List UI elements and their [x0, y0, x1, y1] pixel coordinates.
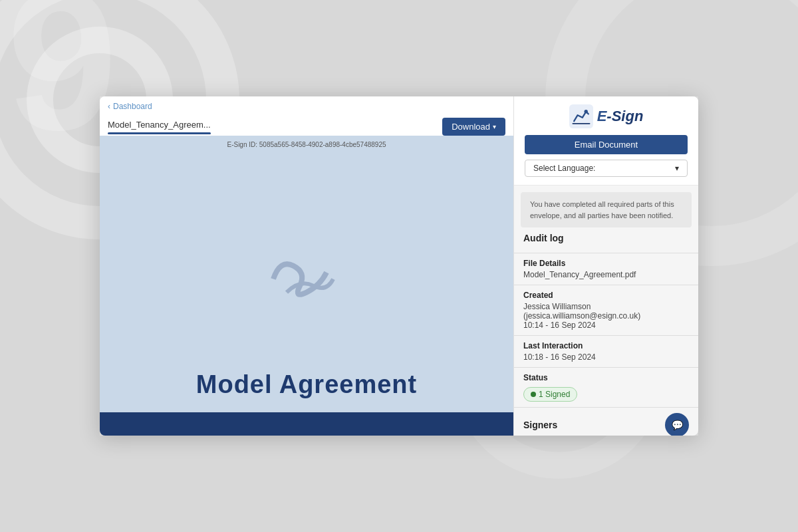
- download-button-label: Download: [452, 122, 490, 132]
- esign-logo-e: E: [597, 108, 607, 124]
- right-panel: E-Sign Email Document Select Language: ▾…: [513, 96, 698, 436]
- signer-avatar-icon: 💬: [672, 420, 683, 430]
- select-language-button[interactable]: Select Language: ▾: [525, 160, 688, 177]
- esign-logo-icon: [569, 104, 593, 128]
- created-datetime: 10:14 - 16 Sep 2024: [523, 321, 689, 330]
- doc-bottom-bar: [100, 412, 513, 436]
- audit-log-title: Audit log: [523, 233, 689, 243]
- doc-tab-label: Model_Tenancy_Agreem...: [108, 120, 211, 132]
- doc-title-section: Model Agreement: [100, 357, 513, 412]
- last-interaction-datetime: 10:18 - 16 Sep 2024: [523, 352, 689, 362]
- signer-avatar: 💬: [665, 413, 689, 436]
- file-details-block: File Details Model_Tenancy_Agreement.pdf: [514, 253, 698, 285]
- doc-tab-bar: Model_Tenancy_Agreem... Download ▾: [108, 115, 505, 136]
- doc-tab-underline: [108, 132, 211, 134]
- doc-viewer: E-Sign ID: 5085a565-8458-4902-a898-4cbe5…: [100, 136, 513, 436]
- signers-section: Signers 💬 Name Jessica Williamson Email …: [514, 407, 698, 436]
- left-header: ‹ Dashboard Model_Tenancy_Agreem... Down…: [100, 96, 513, 136]
- last-interaction-block: Last Interaction 10:18 - 16 Sep 2024: [514, 335, 698, 367]
- right-body: You have completed all required parts of…: [514, 186, 698, 436]
- email-document-button[interactable]: Email Document: [525, 135, 688, 154]
- right-header: E-Sign Email Document Select Language: ▾: [514, 96, 698, 186]
- doc-main-title: Model Agreement: [120, 370, 493, 399]
- esign-logo: E-Sign: [569, 104, 644, 128]
- esign-logo-text: E-Sign: [597, 108, 644, 125]
- select-language-label: Select Language:: [533, 164, 595, 173]
- doc-preview: Model Agreement: [100, 136, 513, 436]
- file-details-value: Model_Tenancy_Agreement.pdf: [523, 270, 689, 279]
- audit-log-section: Audit log: [514, 227, 698, 253]
- esign-id-text: E-Sign ID: 5085a565-8458-4902-a898-4cbe5…: [227, 141, 386, 148]
- breadcrumb-link[interactable]: Dashboard: [113, 102, 152, 111]
- status-block: Status 1 Signed: [514, 367, 698, 407]
- download-button[interactable]: Download ▾: [442, 118, 505, 136]
- svg-point-1: [584, 110, 587, 113]
- main-container: ‹ Dashboard Model_Tenancy_Agreem... Down…: [100, 96, 698, 436]
- file-details-label: File Details: [523, 259, 689, 268]
- left-panel: ‹ Dashboard Model_Tenancy_Agreem... Down…: [100, 96, 513, 436]
- created-block: Created Jessica Williamson (jessica.will…: [514, 285, 698, 335]
- status-label: Status: [523, 373, 689, 382]
- completed-notice: You have completed all required parts of…: [521, 192, 692, 227]
- status-badge-dot: [531, 392, 536, 397]
- last-interaction-label: Last Interaction: [523, 341, 689, 350]
- download-caret-icon: ▾: [493, 123, 496, 130]
- status-badge-text: 1 Signed: [539, 390, 570, 399]
- breadcrumb: ‹ Dashboard: [108, 102, 505, 111]
- breadcrumb-arrow-icon: ‹: [108, 102, 110, 111]
- doc-tab[interactable]: Model_Tenancy_Agreem...: [108, 120, 211, 134]
- created-author: Jessica Williamson (jessica.williamson@e…: [523, 302, 689, 321]
- select-language-caret-icon: ▾: [675, 164, 679, 173]
- created-label: Created: [523, 291, 689, 300]
- signers-title: Signers: [523, 420, 557, 430]
- status-badge: 1 Signed: [523, 387, 577, 402]
- signers-header: Signers 💬: [523, 413, 689, 436]
